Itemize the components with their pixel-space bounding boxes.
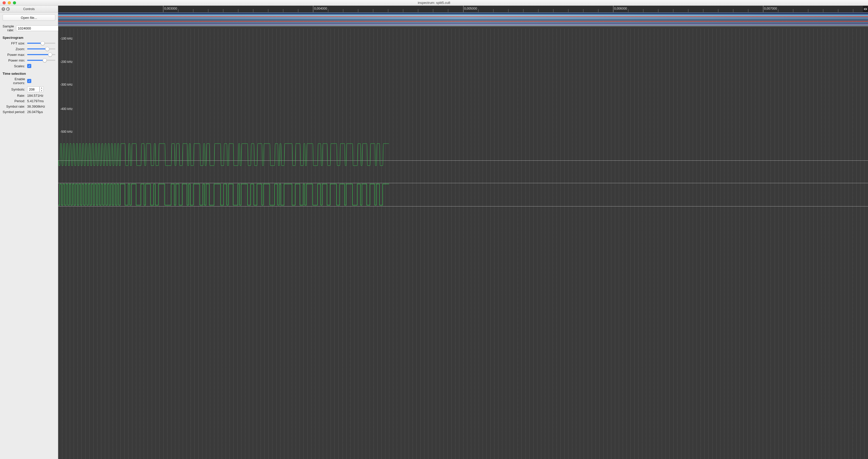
sidebar-header: ✕ ◧ Controls	[0, 6, 58, 12]
freq-tick-label: -300 kHz	[60, 83, 868, 86]
sidebar-title: Controls	[0, 7, 58, 11]
chevron-up-icon[interactable]: ▲	[40, 87, 43, 89]
symbol-period-label: Symbol period:	[3, 110, 27, 114]
freq-tick-label: -400 kHz	[60, 107, 868, 111]
time-tick-label: 0,004000	[314, 7, 327, 10]
scroll-right-icon[interactable]	[866, 8, 867, 10]
time-tick-label: 0,007000	[764, 7, 777, 10]
freq-tick-label: -200 kHz	[60, 60, 868, 64]
scales-label: Scales:	[3, 64, 27, 68]
traffic-lights	[0, 1, 16, 4]
symbols-stepper[interactable]: ▲▼	[39, 86, 44, 92]
time-ruler: 0,0030000,0040000,0050000,0060000,007000	[58, 6, 868, 12]
amplitude-plot	[58, 137, 389, 176]
symbol-grid	[58, 12, 868, 459]
controls-sidebar: ✕ ◧ Controls Open file... Sample rate: S…	[0, 6, 58, 459]
period-value: 5.41797ms	[27, 99, 44, 103]
time-tick-label: 0,006000	[614, 7, 627, 10]
freq-tick-label: -100 kHz	[60, 37, 868, 40]
symbol-rate-value: 38.3908kHz	[27, 105, 45, 108]
sample-rate-input[interactable]	[16, 25, 63, 31]
zoom-slider[interactable]	[27, 47, 55, 51]
freq-tick-label: -500 kHz	[60, 130, 868, 134]
enable-cursors-label: Enable cursors:	[3, 77, 27, 85]
fft-size-slider[interactable]	[27, 41, 55, 45]
power-max-slider[interactable]	[27, 53, 55, 57]
chevron-down-icon[interactable]: ▼	[40, 89, 43, 92]
time-selection-section-title: Time selection	[3, 72, 55, 76]
power-max-label: Power max:	[3, 53, 27, 57]
enable-cursors-checkbox[interactable]: ✓	[27, 79, 31, 83]
window-titlebar: inspectrum: split5.cu8	[0, 0, 868, 6]
sample-rate-label: Sample rate:	[3, 24, 16, 32]
open-file-button[interactable]: Open file...	[3, 15, 55, 21]
zoom-icon[interactable]	[13, 1, 16, 4]
rate-label: Rate:	[3, 94, 27, 97]
horizontal-scroll-arrows[interactable]	[863, 6, 868, 12]
fft-size-label: FFT size:	[3, 41, 27, 45]
threshold-plot	[58, 183, 389, 206]
symbols-label: Symbols:	[3, 87, 27, 91]
close-icon[interactable]	[3, 1, 6, 4]
spectrogram-view[interactable]: 0,0030000,0040000,0050000,0060000,007000	[58, 6, 868, 459]
symbol-period-value: 26.0479µs	[27, 110, 43, 114]
symbol-rate-label: Symbol rate:	[3, 105, 27, 108]
time-tick-label: 0,005000	[464, 7, 477, 10]
window-title: inspectrum: split5.cu8	[0, 1, 868, 5]
zoom-label: Zoom:	[3, 47, 27, 51]
time-tick-label: 0,003000	[164, 7, 177, 10]
spectrogram-strip	[58, 12, 868, 28]
power-min-slider[interactable]	[27, 58, 55, 62]
power-min-label: Power min:	[3, 58, 27, 62]
period-label: Period:	[3, 99, 27, 103]
scroll-left-icon[interactable]	[864, 8, 865, 10]
minimize-icon[interactable]	[8, 1, 11, 4]
rate-value: 184.571Hz	[27, 94, 43, 97]
symbols-input[interactable]	[27, 86, 39, 92]
scales-checkbox[interactable]: ✓	[27, 64, 31, 68]
spectrogram-section-title: Spectrogram	[3, 36, 55, 39]
